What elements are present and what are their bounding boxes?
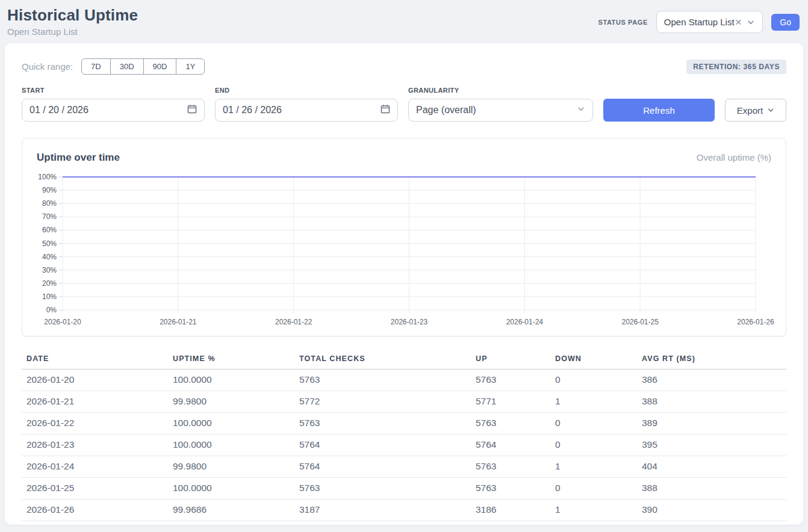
table-cell: 5772 [294,391,471,413]
table-cell: 100.0000 [168,435,294,456]
chart-title: Uptime over time [37,152,120,164]
table-row: 2026-01-22100.0000576357630389 [22,413,786,435]
table-cell: 1 [550,391,637,413]
y-tick-label: 0% [46,306,57,314]
status-page-select[interactable]: Open Startup List ✕ [656,11,763,33]
export-button[interactable]: Export [725,99,786,122]
table-cell: 5763 [471,456,550,478]
table-cell: 0 [550,370,637,391]
column-header: UPTIME % [168,351,294,370]
status-page-selected-value: Open Startup List [664,17,735,27]
table-cell: 100.0000 [168,478,294,500]
start-date-value: 01 / 20 / 2026 [30,105,89,116]
y-tick-label: 10% [42,292,57,301]
uptime-line-chart: 100%90%80%70%60%50%40%30%20%10%0%2026-01… [37,171,775,329]
calendar-icon[interactable] [187,104,197,116]
column-header: UP [471,351,550,370]
table-row: 2026-01-2199.9800577257711388 [22,391,786,413]
quick-range-90d-button[interactable]: 90D [143,58,177,75]
table-cell: 5763 [471,370,550,391]
calendar-icon[interactable] [381,104,390,116]
x-tick-label: 2026-01-23 [391,318,428,326]
y-tick-label: 100% [38,173,57,181]
table-cell: 395 [637,435,786,456]
table-cell: 404 [637,456,786,478]
table-header: DATEUPTIME %TOTAL CHECKSUPDOWNAVG RT (MS… [22,351,786,370]
quick-range-label: Quick range: [22,61,73,72]
quick-range-button-group: 7D30D90D1Y [81,58,205,75]
end-date-value: 01 / 26 / 2026 [223,105,282,116]
x-tick-label: 2026-01-20 [44,318,81,326]
y-tick-label: 30% [42,266,57,274]
page-header: Historical Uptime Open Startup List STAT… [0,0,808,43]
chevron-down-icon [577,105,585,116]
table-cell: 5763 [294,478,471,500]
table-cell: 2026-01-21 [22,391,168,413]
table-cell: 99.9800 [168,391,294,413]
table-cell: 5763 [294,413,471,435]
end-date-input[interactable]: 01 / 26 / 2026 [215,99,398,122]
table-row: 2026-01-25100.0000576357630388 [22,478,786,500]
table-cell: 99.9686 [168,500,294,521]
filter-row: START 01 / 20 / 2026 END 01 / 26 / 2026 … [22,87,786,122]
table-cell: 2026-01-22 [22,413,168,435]
page-subtitle: Open Startup List [7,26,138,37]
column-header: DOWN [550,351,637,370]
y-tick-label: 90% [42,186,57,194]
y-tick-label: 50% [42,240,57,248]
chevron-down-icon [747,18,755,26]
status-page-label: STATUS PAGE [598,19,647,26]
y-tick-label: 20% [42,279,57,288]
granularity-label: GRANULARITY [408,87,593,94]
table-cell: 386 [637,370,786,391]
column-header: DATE [22,351,168,370]
column-header: AVG RT (MS) [637,351,786,370]
table-row: 2026-01-2499.9800576457631404 [22,456,786,478]
table-cell: 100.0000 [168,370,294,391]
granularity-select[interactable]: Page (overall) [408,99,593,122]
chart-header: Uptime over time Overall uptime (%) [37,152,771,164]
table-cell: 0 [550,478,637,500]
x-tick-label: 2026-01-24 [506,318,544,326]
start-date-field-group: START 01 / 20 / 2026 [22,87,205,122]
table-cell: 5763 [294,370,471,391]
start-date-input[interactable]: 01 / 20 / 2026 [22,99,205,122]
table-cell: 5763 [471,478,550,500]
quick-range-row: Quick range: 7D30D90D1Y RETENTION: 365 D… [22,58,786,75]
table-cell: 1 [550,500,637,521]
page-title: Historical Uptime [7,6,138,25]
quick-range-1y-button[interactable]: 1Y [176,58,205,75]
chevron-down-icon [767,105,774,116]
table-cell: 2026-01-26 [22,500,168,521]
go-button[interactable]: Go [771,14,800,31]
table-cell: 388 [637,478,786,500]
refresh-button[interactable]: Refresh [603,99,715,122]
table-cell: 389 [637,413,786,435]
y-tick-label: 70% [42,212,57,221]
column-header: TOTAL CHECKS [294,351,471,370]
table-cell: 5764 [294,456,471,478]
export-button-label: Export [737,105,763,116]
table-cell: 388 [637,391,786,413]
table-row: 2026-01-23100.0000576457640395 [22,435,786,456]
header-controls: STATUS PAGE Open Startup List ✕ Go [598,11,800,33]
table-cell: 2026-01-24 [22,456,168,478]
table-cell: 0 [550,435,637,456]
table-cell: 5771 [471,391,550,413]
x-tick-label: 2026-01-25 [621,318,659,326]
y-tick-label: 60% [42,226,57,234]
table-row: 2026-01-20100.0000576357630386 [22,370,786,391]
table-cell: 2026-01-23 [22,435,168,456]
table-cell: 99.9800 [168,456,294,478]
table-cell: 5764 [294,435,471,456]
end-date-field-group: END 01 / 26 / 2026 [215,87,398,122]
quick-range-30d-button[interactable]: 30D [110,58,144,75]
table-cell: 3187 [294,500,471,521]
main-panel: Quick range: 7D30D90D1Y RETENTION: 365 D… [5,43,803,525]
granularity-field-group: GRANULARITY Page (overall) [408,87,593,122]
quick-range-7d-button[interactable]: 7D [81,58,111,75]
end-label: END [215,87,398,94]
x-tick-label: 2026-01-26 [737,318,774,326]
table-cell: 1 [550,456,637,478]
clear-selection-icon[interactable]: ✕ [735,17,742,27]
